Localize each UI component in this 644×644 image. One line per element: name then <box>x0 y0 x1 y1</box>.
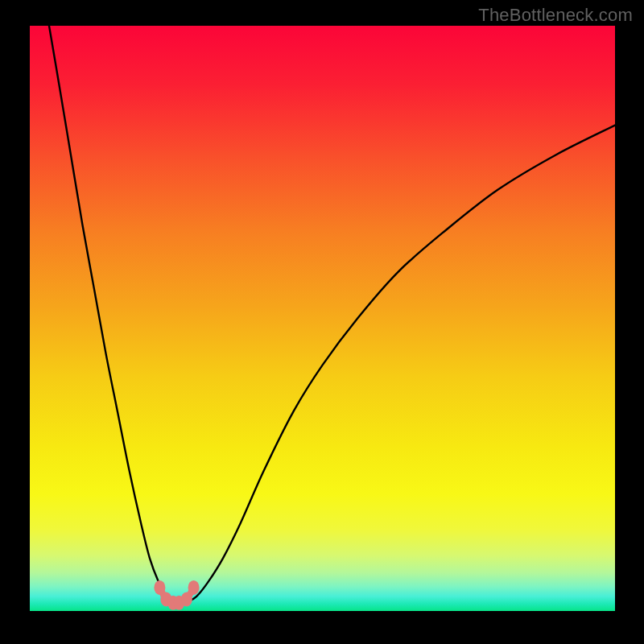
watermark-text: TheBottleneck.com <box>478 5 633 26</box>
marker-layer <box>30 26 615 611</box>
trough-marker <box>181 592 192 606</box>
plot-area <box>30 26 615 611</box>
trough-marker <box>154 580 165 595</box>
chart-stage: TheBottleneck.com <box>0 0 644 644</box>
trough-markers <box>154 580 199 610</box>
trough-marker <box>188 580 200 595</box>
